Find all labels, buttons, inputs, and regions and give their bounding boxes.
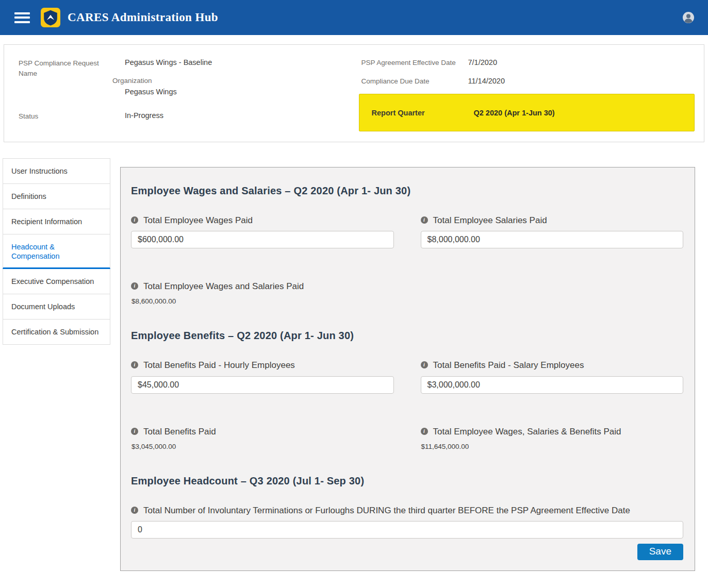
field-total-wages-and-salaries: Total Employee Wages and Salaries Paid $… — [131, 279, 394, 305]
sidebar-item-document-uploads[interactable]: Document Uploads — [3, 294, 110, 320]
sidebar-item-executive-compensation[interactable]: Executive Compensation — [3, 269, 110, 294]
sidebar-item-user-instructions[interactable]: User Instructions — [3, 158, 110, 184]
status-label: Status — [19, 111, 112, 122]
field-total-benefits: Total Benefits Paid $3,045,000.00 — [131, 425, 394, 450]
menu-icon[interactable] — [14, 12, 30, 23]
info-icon[interactable] — [421, 428, 428, 435]
total-benefits-label: Total Benefits Paid — [143, 425, 216, 439]
section-title-benefits: Employee Benefits – Q2 2020 (Apr 1- Jun … — [131, 330, 683, 342]
field-total-employee-salaries-paid: Total Employee Salaries Paid — [421, 213, 684, 248]
report-quarter-label: Report Quarter — [372, 109, 474, 117]
sidebar-item-certification-submission[interactable]: Certification & Submission — [3, 320, 110, 345]
status-value: In-Progress — [112, 111, 163, 122]
sidebar-item-recipient-information[interactable]: Recipient Information — [3, 209, 110, 234]
field-involuntary-terminations: Total Number of Involuntary Terminations… — [131, 503, 683, 539]
app-logo-icon — [41, 8, 60, 27]
info-icon[interactable] — [131, 361, 138, 368]
total-wages-label: Total Employee Wages Paid — [143, 213, 253, 227]
info-icon[interactable] — [421, 216, 428, 224]
report-quarter-highlight: Report Quarter Q2 2020 (Apr 1-Jun 30) — [359, 94, 695, 131]
request-name-label: PSP Compliance Request Name — [19, 58, 112, 96]
total-wages-salaries-label: Total Employee Wages and Salaries Paid — [143, 279, 304, 293]
terminations-input[interactable] — [131, 521, 683, 539]
report-quarter-value: Q2 2020 (Apr 1-Jun 30) — [474, 109, 555, 117]
due-date-value: 11/14/2020 — [468, 77, 505, 85]
total-wages-salaries-value: $8,600,000.00 — [131, 297, 394, 305]
benefits-hourly-input[interactable] — [131, 376, 394, 394]
app-header: CARES Administration Hub — [0, 0, 708, 35]
grand-total-value: $11,645,000.00 — [421, 443, 684, 450]
record-header-left: PSP Compliance Request Name Pegasus Wing… — [19, 58, 359, 131]
effective-date-value: 7/1/2020 — [468, 58, 497, 66]
effective-date-label: PSP Agreement Effective Date — [359, 59, 468, 66]
benefits-salary-input[interactable] — [421, 376, 684, 394]
info-icon[interactable] — [131, 507, 138, 514]
info-icon[interactable] — [131, 282, 138, 290]
record-header-right: PSP Agreement Effective Date 7/1/2020 Co… — [359, 58, 695, 131]
sidebar-item-headcount-compensation[interactable]: Headcount & Compensation — [3, 234, 110, 270]
app-title: CARES Administration Hub — [68, 11, 218, 24]
info-icon[interactable] — [421, 361, 428, 368]
save-button[interactable]: Save — [637, 544, 683, 560]
total-salaries-label: Total Employee Salaries Paid — [433, 213, 547, 227]
sidebar-item-definitions[interactable]: Definitions — [3, 184, 110, 209]
grand-total-label: Total Employee Wages, Salaries & Benefit… — [433, 425, 621, 439]
total-benefits-value: $3,045,000.00 — [131, 443, 394, 450]
benefits-hourly-label: Total Benefits Paid - Hourly Employees — [143, 358, 295, 372]
section-title-wages-salaries: Employee Wages and Salaries – Q2 2020 (A… — [131, 185, 683, 197]
request-name-value: Pegasus Wings - Baseline — [112, 58, 212, 66]
due-date-label: Compliance Due Date — [359, 77, 468, 85]
benefits-salary-label: Total Benefits Paid - Salary Employees — [433, 358, 584, 372]
organization-label: Organization — [112, 77, 212, 85]
info-icon[interactable] — [131, 216, 138, 224]
terminations-label: Total Number of Involuntary Terminations… — [143, 503, 630, 517]
field-benefits-hourly: Total Benefits Paid - Hourly Employees — [131, 358, 394, 393]
content-layout: User Instructions Definitions Recipient … — [0, 158, 708, 588]
field-grand-total: Total Employee Wages, Salaries & Benefit… — [421, 425, 684, 450]
field-total-employee-wages-paid: Total Employee Wages Paid — [131, 213, 394, 248]
section-title-headcount: Employee Headcount – Q3 2020 (Jul 1- Sep… — [131, 475, 683, 487]
request-name-block: Pegasus Wings - Baseline Organization Pe… — [112, 58, 212, 96]
record-header-card: PSP Compliance Request Name Pegasus Wing… — [4, 44, 704, 142]
user-avatar-icon[interactable] — [682, 11, 695, 24]
total-salaries-input[interactable] — [421, 231, 684, 248]
headcount-compensation-panel: Employee Wages and Salaries – Q2 2020 (A… — [120, 167, 695, 571]
field-benefits-salary: Total Benefits Paid - Salary Employees — [421, 358, 684, 393]
page: CARES Administration Hub PSP Compliance … — [0, 0, 708, 588]
organization-value: Pegasus Wings — [112, 88, 212, 96]
info-icon[interactable] — [131, 428, 138, 435]
section-nav: User Instructions Definitions Recipient … — [3, 158, 110, 345]
total-wages-input[interactable] — [131, 231, 394, 248]
